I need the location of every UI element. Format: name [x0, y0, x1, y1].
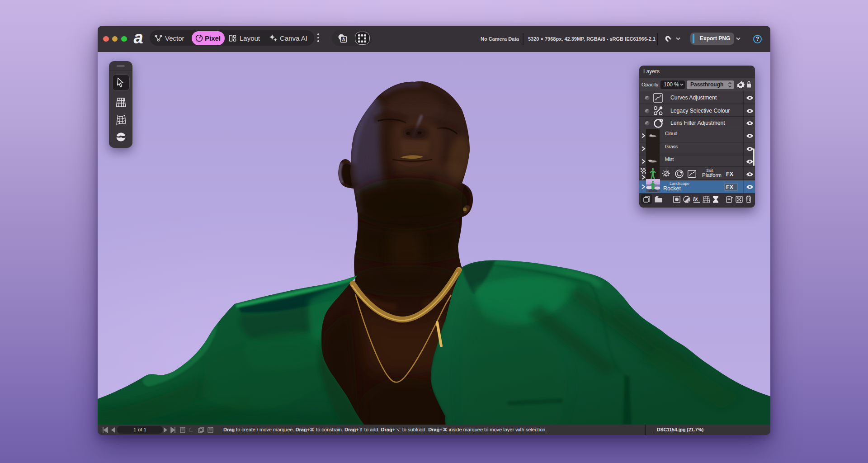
svg-text:a: a	[133, 31, 143, 46]
svg-text:fx: fx	[693, 196, 698, 202]
svg-text:A: A	[342, 37, 345, 42]
